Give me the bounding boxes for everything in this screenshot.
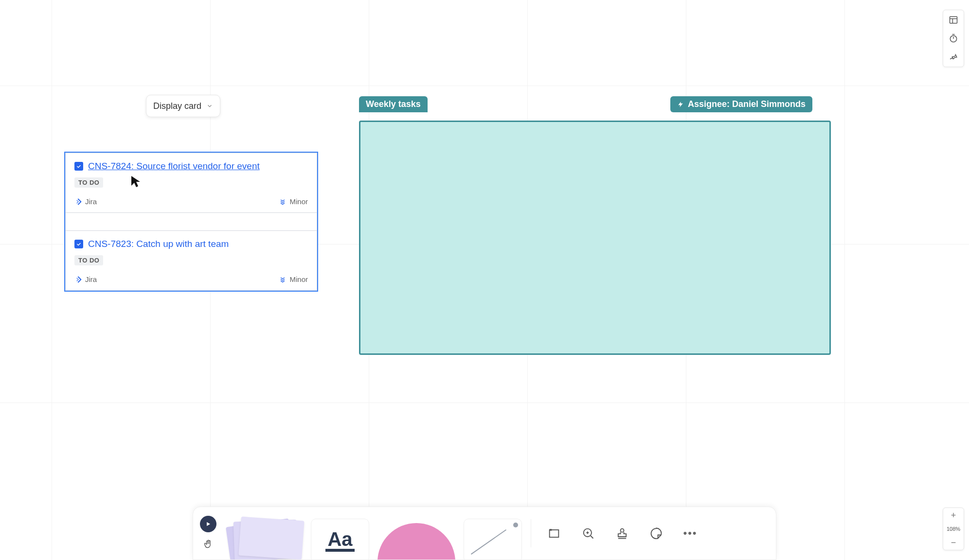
task-type-icon bbox=[74, 162, 83, 171]
more-tools-button[interactable]: ••• bbox=[676, 519, 704, 547]
status-badge: TO DO bbox=[74, 255, 103, 265]
zoom-in-button[interactable]: + bbox=[943, 508, 964, 523]
jira-icon bbox=[74, 276, 82, 283]
frames-icon[interactable] bbox=[946, 12, 961, 28]
hand-tool-button[interactable] bbox=[201, 537, 215, 551]
circle-icon bbox=[377, 523, 455, 560]
text-tool[interactable]: Aa bbox=[311, 519, 369, 560]
zoom-out-button[interactable]: − bbox=[943, 535, 964, 550]
svg-rect-6 bbox=[550, 530, 559, 537]
assignee-label: Assignee: Daniel Simmonds bbox=[688, 99, 806, 109]
priority-minor-icon bbox=[279, 276, 287, 283]
priority-label: Minor bbox=[289, 197, 308, 206]
card-title-link[interactable]: CNS-7823: Catch up with art team bbox=[88, 239, 229, 249]
frame-title-tab[interactable]: Weekly tasks bbox=[359, 96, 428, 112]
frame-tool[interactable] bbox=[540, 519, 568, 547]
source-label: Jira bbox=[85, 275, 97, 283]
connector-tool[interactable] bbox=[464, 519, 522, 560]
canvas[interactable]: + 108% − Display card CNS-7824: Source f… bbox=[0, 0, 969, 560]
chevron-down-icon bbox=[206, 103, 213, 109]
toolbar-divider bbox=[531, 519, 531, 547]
frame-title: Weekly tasks bbox=[366, 99, 421, 109]
jira-icon bbox=[74, 198, 82, 206]
sticky-note-tool[interactable] bbox=[222, 519, 305, 560]
svg-point-10 bbox=[621, 529, 624, 532]
weekly-tasks-frame[interactable] bbox=[359, 121, 831, 355]
bottom-toolbar: Aa ••• bbox=[193, 507, 776, 560]
search-sparkle-tool[interactable] bbox=[574, 519, 602, 547]
side-toolbar bbox=[943, 10, 964, 67]
svg-line-9 bbox=[591, 536, 593, 538]
display-card-dropdown[interactable]: Display card bbox=[146, 95, 220, 117]
status-badge: TO DO bbox=[74, 177, 103, 188]
card-title-link[interactable]: CNS-7824: Source florist vendor for even… bbox=[88, 161, 260, 172]
zoom-level[interactable]: 108% bbox=[943, 523, 964, 535]
timer-icon[interactable] bbox=[946, 31, 961, 46]
smart-section-tag[interactable]: Assignee: Daniel Simmonds bbox=[670, 96, 812, 112]
priority-minor-icon bbox=[279, 198, 287, 206]
dropdown-label: Display card bbox=[153, 101, 201, 111]
cards-selection[interactable]: CNS-7824: Source florist vendor for even… bbox=[64, 152, 318, 292]
lightning-icon bbox=[677, 101, 684, 108]
priority-label: Minor bbox=[289, 275, 308, 283]
card-spacer bbox=[65, 213, 317, 230]
present-button[interactable] bbox=[200, 516, 216, 532]
jira-card[interactable]: CNS-7824: Source florist vendor for even… bbox=[65, 153, 317, 213]
pin-icon[interactable] bbox=[946, 49, 961, 65]
zoom-controls: + 108% − bbox=[943, 508, 964, 550]
ellipsis-icon: ••• bbox=[683, 527, 697, 540]
text-tool-glyph: Aa bbox=[325, 529, 354, 552]
task-type-icon bbox=[74, 240, 83, 248]
svg-rect-0 bbox=[950, 17, 957, 23]
jira-card[interactable]: CNS-7823: Catch up with art team TO DO J… bbox=[65, 230, 317, 291]
stamp-tool[interactable] bbox=[608, 519, 636, 547]
source-label: Jira bbox=[85, 197, 97, 206]
shape-tool[interactable] bbox=[375, 519, 458, 560]
sticker-tool[interactable] bbox=[642, 519, 670, 547]
line-icon bbox=[469, 524, 516, 558]
